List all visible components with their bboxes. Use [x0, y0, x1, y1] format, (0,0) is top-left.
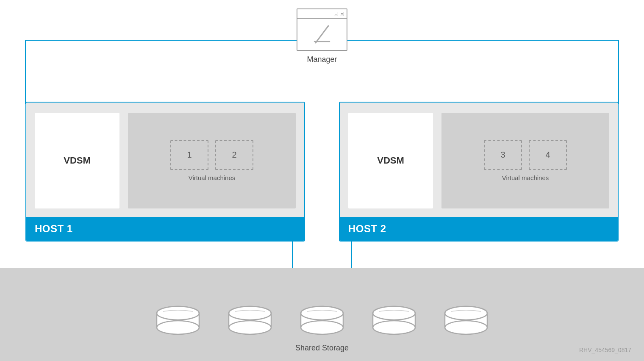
host2-vm1: 3 — [484, 140, 522, 170]
host1-vms-row: 1 2 — [170, 140, 253, 170]
svg-point-16 — [157, 306, 199, 320]
svg-point-33 — [373, 321, 415, 334]
host2-vm2: 4 — [529, 140, 567, 170]
host2-vdsm: VDSM — [348, 113, 433, 208]
disk-1-icon — [155, 305, 201, 335]
svg-line-9 — [316, 26, 328, 43]
manager-label: Manager — [307, 55, 337, 64]
svg-point-27 — [301, 321, 343, 334]
svg-point-15 — [157, 321, 199, 334]
watermark: RHV_454569_0817 — [579, 347, 631, 353]
manager-slash-icon — [309, 24, 335, 45]
manager-window-body — [297, 19, 347, 50]
minimize-icon: – — [334, 12, 338, 16]
host1-vm2: 2 — [215, 140, 253, 170]
disk-5 — [443, 305, 489, 335]
manager-titlebar: – × — [297, 9, 347, 19]
svg-point-22 — [229, 306, 271, 320]
host1-vdsm: VDSM — [35, 113, 119, 208]
disk-1 — [155, 305, 201, 335]
disk-5-icon — [443, 305, 489, 335]
hosts-area: VDSM 1 2 Virtual machines HOST 1 VDSM 3 — [25, 102, 619, 242]
storage-area: Shared Storage — [0, 268, 644, 361]
storage-disks-row — [155, 305, 489, 335]
host1-vm1: 1 — [170, 140, 208, 170]
manager-area: – × Manager — [25, 8, 619, 93]
host1-inner: VDSM 1 2 Virtual machines — [26, 103, 304, 217]
host1-vms-label: Virtual machines — [189, 174, 236, 181]
disk-4-icon — [371, 305, 417, 335]
svg-point-39 — [445, 321, 487, 334]
host2-vms-label: Virtual machines — [502, 174, 549, 181]
storage-label: Shared Storage — [295, 344, 349, 353]
close-icon: × — [340, 12, 344, 16]
disk-2-icon — [227, 305, 273, 335]
manager-icon-wrapper: – × Manager — [297, 8, 347, 64]
host2-box: VDSM 3 4 Virtual machines HOST 2 — [339, 102, 619, 242]
disk-4 — [371, 305, 417, 335]
disk-3-center — [299, 305, 345, 335]
manager-window-icon: – × — [297, 8, 347, 51]
host2-vms-row: 3 4 — [484, 140, 567, 170]
svg-point-40 — [445, 306, 487, 320]
host2-inner: VDSM 3 4 Virtual machines — [340, 103, 618, 217]
svg-point-34 — [373, 306, 415, 320]
disk-3-icon — [299, 305, 345, 335]
host1-footer: HOST 1 — [26, 217, 304, 241]
disk-2 — [227, 305, 273, 335]
svg-point-21 — [229, 321, 271, 334]
host1-box: VDSM 1 2 Virtual machines HOST 1 — [25, 102, 305, 242]
svg-point-28 — [301, 306, 343, 320]
host1-vms-group: 1 2 Virtual machines — [128, 113, 296, 208]
diagram-container: – × Manager VDSM 1 — [0, 0, 644, 361]
host2-footer: HOST 2 — [340, 217, 618, 241]
host2-vms-group: 3 4 Virtual machines — [441, 113, 609, 208]
